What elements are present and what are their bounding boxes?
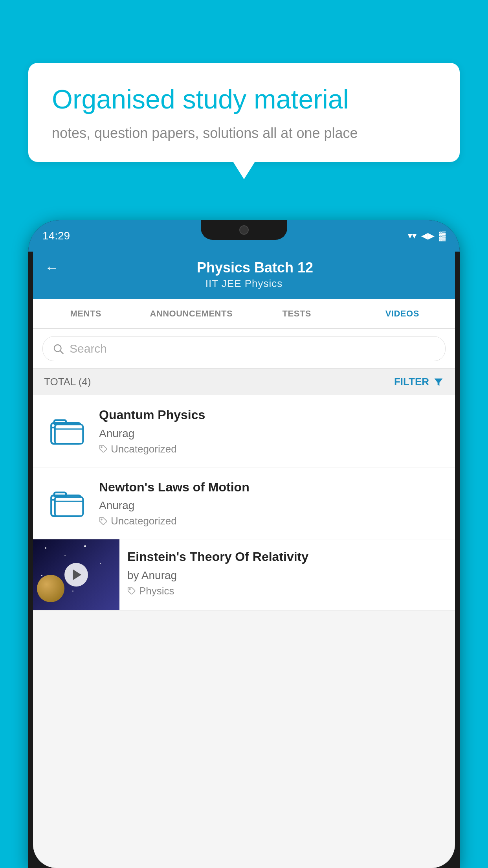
bubble-subtitle: notes, question papers, solutions all at… <box>52 125 436 142</box>
wifi-icon: ▾▾ <box>408 231 416 241</box>
tab-tests[interactable]: TESTS <box>244 299 350 328</box>
list-item[interactable]: Newton's Laws of Motion Anurag Uncategor… <box>33 467 455 540</box>
phone-notch <box>201 220 287 240</box>
battery-icon: ▓ <box>439 231 446 241</box>
svg-rect-8 <box>55 497 83 516</box>
tab-videos[interactable]: VIDEOS <box>350 299 455 328</box>
tag-icon <box>99 517 108 526</box>
filter-bar: TOTAL (4) FILTER <box>33 369 455 395</box>
video-title: Quantum Physics <box>99 407 446 423</box>
filter-icon <box>433 377 444 388</box>
list-item[interactable]: Einstein's Theory Of Relativity by Anura… <box>33 539 455 611</box>
tabs-bar: MENTS ANNOUNCEMENTS TESTS VIDEOS <box>33 299 455 329</box>
svg-point-5 <box>101 447 102 448</box>
tag-icon <box>99 445 108 453</box>
status-bar: 14:29 ▾▾ ◀▶ ▓ <box>28 220 460 252</box>
video-title: Einstein's Theory Of Relativity <box>127 549 447 565</box>
filter-label: FILTER <box>394 376 429 388</box>
list-item[interactable]: Quantum Physics Anurag Uncategorized <box>33 395 455 467</box>
phone-frame: 14:29 ▾▾ ◀▶ ▓ ← Physics Batch 12 IIT JEE… <box>28 220 460 868</box>
app-subtitle: IIT JEE Physics <box>45 278 443 290</box>
tag-icon <box>127 587 136 595</box>
video-author: by Anurag <box>127 569 447 582</box>
tab-announcements[interactable]: ANNOUNCEMENTS <box>139 299 244 328</box>
video-info: Quantum Physics Anurag Uncategorized <box>99 407 446 455</box>
video-title: Newton's Laws of Motion <box>99 479 446 496</box>
video-author: Anurag <box>99 427 446 440</box>
bubble-title: Organised study material <box>52 83 436 116</box>
svg-rect-4 <box>55 425 83 444</box>
total-count: TOTAL (4) <box>44 376 91 388</box>
back-button[interactable]: ← <box>45 259 59 276</box>
einstein-info: Einstein's Theory Of Relativity by Anura… <box>119 539 455 607</box>
folder-icon <box>48 413 84 448</box>
status-icons: ▾▾ ◀▶ ▓ <box>408 231 446 241</box>
search-container: Search <box>33 329 455 369</box>
video-tag: Uncategorized <box>99 515 446 527</box>
search-input-wrapper[interactable]: Search <box>42 336 446 361</box>
svg-line-1 <box>61 351 63 354</box>
app-header: ← Physics Batch 12 IIT JEE Physics <box>33 252 455 299</box>
svg-point-9 <box>101 519 102 520</box>
folder-icon-container <box>42 479 90 526</box>
folder-icon <box>48 485 84 520</box>
camera <box>239 225 249 235</box>
svg-point-10 <box>129 588 130 590</box>
video-info: Newton's Laws of Motion Anurag Uncategor… <box>99 479 446 528</box>
filter-button[interactable]: FILTER <box>394 376 444 388</box>
video-tag: Physics <box>127 585 447 597</box>
signal-icon: ◀▶ <box>421 231 435 241</box>
speech-bubble: Organised study material notes, question… <box>28 63 460 162</box>
app-screen: ← Physics Batch 12 IIT JEE Physics MENTS… <box>33 252 455 868</box>
play-button[interactable] <box>64 563 88 587</box>
video-list: Quantum Physics Anurag Uncategorized <box>33 395 455 611</box>
video-author: Anurag <box>99 499 446 512</box>
folder-icon-container <box>42 407 90 454</box>
app-title: Physics Batch 12 <box>67 259 443 276</box>
tab-ments[interactable]: MENTS <box>33 299 139 328</box>
search-placeholder: Search <box>70 342 107 355</box>
status-time: 14:29 <box>42 230 70 242</box>
search-icon <box>52 343 64 355</box>
video-tag: Uncategorized <box>99 443 446 455</box>
video-thumbnail <box>33 539 119 610</box>
